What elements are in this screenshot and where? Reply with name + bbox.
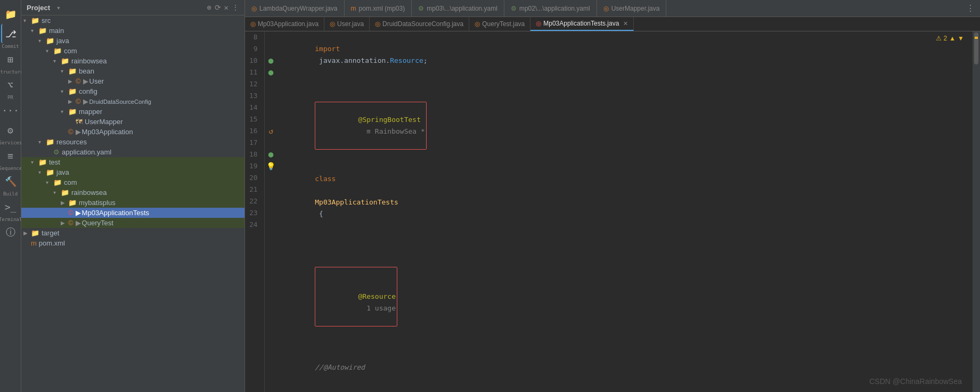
activity-label-commit: Commit <box>2 44 19 49</box>
tree-item-querytest[interactable]: ▶ © ▶ QueryTest <box>21 218 244 228</box>
tree-item-test-rainbowsea[interactable]: ▾ 📁 rainbowsea <box>21 187 244 198</box>
tree-item-druid[interactable]: ▶ © ▶ DruidDataSourceConfig <box>21 96 244 107</box>
tree-item-user[interactable]: ▶ © ▶ User <box>21 76 244 86</box>
java-class-icon-mp03app: © <box>68 128 74 136</box>
run-icon-druid: ▶ <box>83 97 88 105</box>
line-num-24: 24 <box>249 219 258 231</box>
line-num-8: 8 <box>249 31 258 43</box>
tab-icon-app-mp03: ⚙ <box>418 5 424 12</box>
warning-count: 2 <box>944 35 948 42</box>
activity-item-services[interactable]: ⚙ <box>1 120 20 140</box>
run-icon-querytest: ▶ <box>76 219 81 227</box>
warning-nav-up[interactable]: ▲ <box>949 35 956 42</box>
tab2-user[interactable]: ◎ User.java <box>324 17 370 31</box>
sidebar-action-collapse[interactable]: ⟳ <box>215 3 221 12</box>
tree-item-resources[interactable]: ▾ 📁 resources <box>21 137 244 147</box>
tab-icon-app-mp02: ⚙ <box>511 5 517 12</box>
tree-item-java[interactable]: ▾ 📁 java <box>21 36 244 46</box>
tree-label-mybatisplus: mybatisplus <box>79 199 116 207</box>
tree-item-com[interactable]: ▾ 📁 com <box>21 46 244 56</box>
sidebar-dropdown-icon[interactable]: ▾ <box>56 4 61 12</box>
line-num-11: 11 <box>249 67 258 78</box>
tree-item-target[interactable]: ▶ 📁 target <box>21 228 244 238</box>
tree-label-test-rainbowsea: rainbowsea <box>71 189 107 197</box>
gutter-icon-line16[interactable]: ↺ <box>265 125 277 137</box>
line-num-12: 12 <box>249 78 258 90</box>
tab-pom[interactable]: m pom.xml (mp03) <box>345 0 412 17</box>
tab2-druid[interactable]: ◎ DruidDataSourceConfig.java <box>370 17 469 31</box>
tree-label-config: config <box>79 87 97 95</box>
tree-item-mp03tests[interactable]: © ▶ Mp03ApplicationTests <box>21 208 244 218</box>
activity-item-info[interactable]: ⓘ <box>1 223 20 242</box>
activity-item-ellipsis[interactable]: ··· <box>1 101 20 120</box>
tree-item-rainbowsea[interactable]: ▾ 📁 rainbowsea <box>21 56 244 66</box>
code-line-16: private JdbcTemplate jdbcTemplate; <box>282 385 968 392</box>
tab-usermapper[interactable]: ◎ UserMapper.java <box>597 0 667 17</box>
folder-icon-target: 📁 <box>31 229 39 237</box>
tree-arrow-test-rainbowsea: ▾ <box>53 190 61 195</box>
warning-nav-down[interactable]: ▼ <box>958 35 964 42</box>
tree-item-appyaml[interactable]: ⚙ application.yaml <box>21 147 244 157</box>
tab-app-mp03[interactable]: ⚙ mp03\...\application.yaml <box>412 0 504 17</box>
tab-app-mp02[interactable]: ⚙ mp02\...\application.yaml <box>504 0 597 17</box>
tab2-icon-mp03tests: ◎ <box>536 20 541 27</box>
sidebar-action-new-file[interactable]: ⊕ <box>207 3 211 12</box>
tree-label-mapper: mapper <box>79 108 102 116</box>
tree-item-test-java[interactable]: ▾ 📁 java <box>21 167 244 177</box>
code-content[interactable]: ⚠ 2 ▲ ▼ import javax.annotation.Resource… <box>277 31 973 392</box>
sidebar-action-menu[interactable]: ⋮ <box>232 3 239 12</box>
activity-item-sequence[interactable]: ≡ <box>1 146 20 165</box>
tree-item-test[interactable]: ▾ 📁 test <box>21 157 244 167</box>
activity-item-build[interactable]: 🔨 <box>1 172 20 191</box>
tree-arrow-user: ▶ <box>68 78 76 84</box>
activity-item-pr[interactable]: ⌥ <box>1 75 20 94</box>
tree-item-bean[interactable]: ▾ 📁 bean <box>21 66 244 76</box>
folder-icon-mybatisplus: 📁 <box>68 199 77 207</box>
tree-label-appyaml: application.yaml <box>62 148 111 156</box>
activity-label-sequence: Sequence <box>0 166 22 171</box>
gutter-icon-line20[interactable]: 💡 <box>265 160 277 172</box>
mapper-icon-usermapper: 🗺 <box>76 118 83 126</box>
tree-item-config[interactable]: ▾ 📁 config <box>21 86 244 96</box>
tree-item-test-com[interactable]: ▾ 📁 com <box>21 177 244 187</box>
tree-label-pomxml: pom.xml <box>39 239 65 247</box>
sidebar-action-close[interactable]: ✕ <box>224 3 228 12</box>
folder-icon-rainbowsea: 📁 <box>61 57 69 65</box>
tree-arrow-java: ▾ <box>38 38 46 44</box>
folder-icon-test: 📁 <box>38 158 47 166</box>
scrollbar-track[interactable] <box>974 31 979 392</box>
code-line-14: @Resource 1 usage <box>282 255 968 338</box>
tree-item-mybatisplus[interactable]: ▶ 📁 mybatisplus <box>21 198 244 208</box>
line-num-10: 10 <box>249 55 258 67</box>
tree-item-mapper[interactable]: ▾ 📁 mapper <box>21 107 244 117</box>
tree-arrow-main: ▾ <box>31 28 38 34</box>
activity-item-terminal[interactable]: >_ <box>1 197 20 216</box>
sidebar-title: Project <box>27 4 50 12</box>
editor-tabs-row1: ◎ LambdaQueryWrapper.java m pom.xml (mp0… <box>245 0 980 17</box>
tab2-close-mp03tests[interactable]: ✕ <box>623 20 628 27</box>
tree-item-pomxml[interactable]: m pom.xml <box>21 238 244 248</box>
gutter-icon-line10[interactable]: ● <box>265 55 277 67</box>
tree-label-user: User <box>89 77 104 85</box>
gutter-icon-line19[interactable]: ● <box>265 149 277 160</box>
class-name-mp03tests: Mp03ApplicationTests <box>315 198 398 206</box>
tree-item-mp03app[interactable]: © ▶ Mp03Application <box>21 127 244 137</box>
activity-label-terminal: Terminal <box>0 217 22 222</box>
gutter: ● ● ↺ ● 💡 <box>265 31 277 392</box>
tab2-mp03app[interactable]: ◎ Mp03Application.java <box>245 17 324 31</box>
tab-lambda[interactable]: ◎ LambdaQueryWrapper.java <box>245 0 345 17</box>
tab2-mp03tests[interactable]: ◎ Mp03ApplicationTests.java ✕ <box>530 17 634 31</box>
tab2-querytest[interactable]: ◎ QueryTest.java <box>469 17 530 31</box>
tree-arrow-config: ▾ <box>61 88 68 94</box>
tree-item-main[interactable]: ▾ 📁 main <box>21 26 244 36</box>
folder-icon-config: 📁 <box>68 87 77 95</box>
tree-item-src[interactable]: ▾ 📁 src <box>21 15 244 26</box>
code-editor[interactable]: 8 9 10 11 12 13 14 15 16 17 18 19 20 21 … <box>245 31 980 392</box>
activity-item-structure[interactable]: ⊞ <box>1 50 20 69</box>
activity-item-folder[interactable]: 📁 <box>1 4 20 23</box>
activity-item-git[interactable]: ⎇ <box>1 24 20 43</box>
class-resource: Resource <box>390 56 423 64</box>
tree-item-usermapper[interactable]: 🗺 UserMapper <box>21 117 244 127</box>
gutter-icon-line11[interactable]: ● <box>265 67 277 78</box>
tabs-overflow-button[interactable]: ⋮ <box>961 0 980 17</box>
